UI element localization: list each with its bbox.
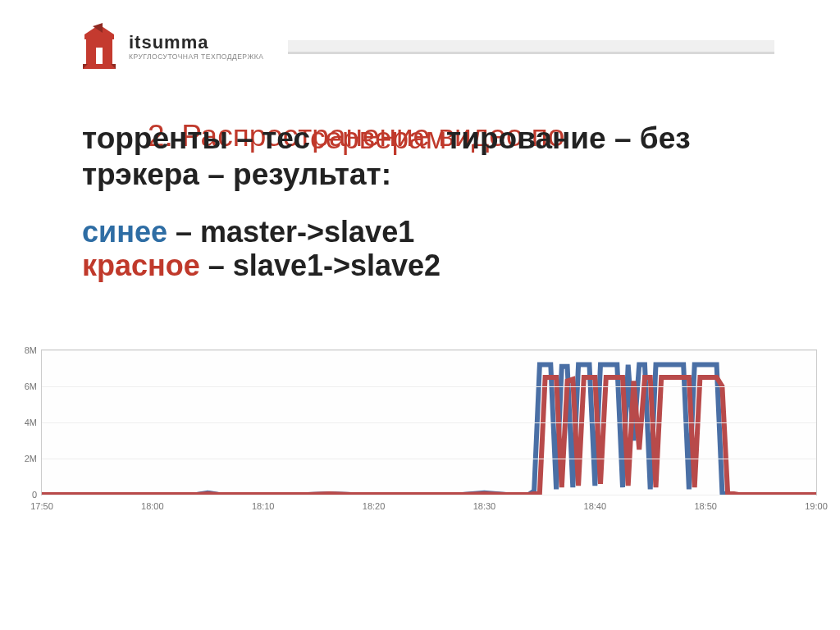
chart-xtick: 18:50 bbox=[694, 501, 717, 511]
title-mix-pre: торренты – тес bbox=[82, 121, 310, 155]
chart-gridline bbox=[42, 422, 816, 423]
logo: itsumma КРУГЛОСУТОЧНАЯ ТЕХПОДДЕРЖКА bbox=[78, 23, 263, 71]
chart-xtick: 19:00 bbox=[805, 501, 828, 511]
chart-xtick: 17:50 bbox=[30, 501, 53, 511]
legend-blue-desc: – master->slave1 bbox=[167, 215, 414, 249]
logo-text: itsumma КРУГЛОСУТОЧНАЯ ТЕХПОДДЕРЖКА bbox=[129, 34, 263, 61]
chart-ytick: 2M bbox=[25, 454, 42, 463]
chart-ytick: 6M bbox=[25, 381, 42, 391]
legend-row-red: красное – slave1->slave2 bbox=[82, 249, 758, 282]
chart-series-line bbox=[42, 377, 816, 495]
header-divider bbox=[288, 40, 774, 54]
legend: синее – master->slave1 красное – slave1-… bbox=[82, 215, 758, 283]
chart-ytick: 8M bbox=[25, 345, 42, 355]
chart: 02M4M6M8M17:5018:0018:1018:2018:3018:401… bbox=[7, 343, 833, 515]
title-mix-post: тирование – без bbox=[446, 121, 691, 155]
content: 2. Распространение видео по торренты – т… bbox=[82, 119, 758, 282]
chart-ytick: 4M bbox=[25, 418, 42, 427]
chart-xtick: 18:40 bbox=[584, 501, 607, 511]
chart-gridline bbox=[42, 386, 816, 387]
chart-xtick: 18:10 bbox=[252, 501, 275, 511]
title-mix-red: серверам bbox=[310, 121, 446, 155]
legend-row-blue: синее – master->slave1 bbox=[82, 215, 758, 249]
slide-title-line2: трэкера – результат: bbox=[82, 158, 758, 192]
slide: itsumma КРУГЛОСУТОЧНАЯ ТЕХПОДДЕРЖКА 2. Р… bbox=[0, 0, 840, 630]
chart-gridline bbox=[42, 495, 816, 495]
chart-plot-area: 02M4M6M8M17:5018:0018:1018:2018:3018:401… bbox=[41, 349, 817, 495]
chart-xtick: 18:00 bbox=[141, 501, 164, 511]
chart-xtick: 18:30 bbox=[473, 501, 496, 511]
legend-blue-label: синее bbox=[82, 215, 167, 249]
header: itsumma КРУГЛОСУТОЧНАЯ ТЕХПОДДЕРЖКА bbox=[78, 20, 774, 74]
logo-mark-icon bbox=[78, 23, 121, 71]
svg-rect-3 bbox=[96, 48, 103, 64]
legend-red-desc: – slave1->slave2 bbox=[200, 249, 441, 282]
legend-red-label: красное bbox=[82, 249, 200, 282]
chart-ytick: 0 bbox=[32, 490, 42, 500]
chart-gridline bbox=[42, 459, 816, 459]
slide-title-mix: торренты – тессерверамтирование – без bbox=[82, 121, 758, 156]
chart-gridline bbox=[42, 350, 816, 351]
svg-rect-4 bbox=[83, 64, 116, 69]
logo-subtitle: КРУГЛОСУТОЧНАЯ ТЕХПОДДЕРЖКА bbox=[129, 53, 263, 61]
chart-xtick: 18:20 bbox=[363, 501, 386, 511]
logo-brand: itsumma bbox=[129, 34, 263, 52]
